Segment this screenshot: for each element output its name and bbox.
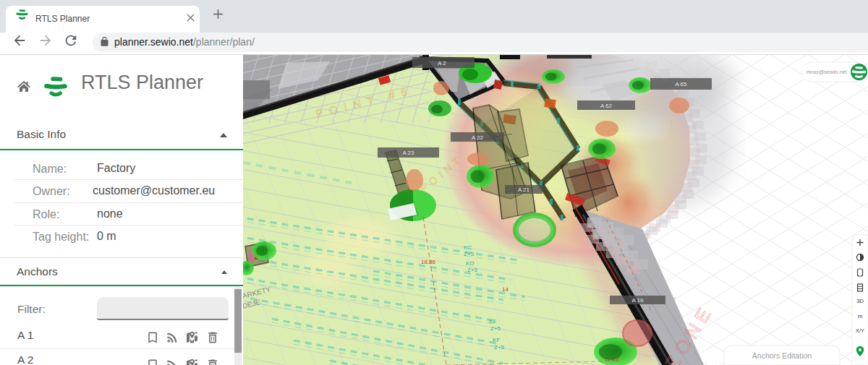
svg-text:A 21: A 21 — [518, 186, 530, 193]
svg-text:3D: 3D — [856, 298, 864, 304]
svg-text:KF: KF — [493, 337, 500, 343]
svg-text:Z+5: Z+5 — [490, 325, 501, 332]
svg-text:Z+5: Z+5 — [467, 267, 478, 273]
svg-text:18.86: 18.86 — [421, 259, 436, 265]
svg-text:m: m — [858, 313, 863, 319]
svg-text:KE: KE — [489, 318, 497, 325]
svg-text:A 23: A 23 — [402, 150, 414, 156]
svg-text:KO: KO — [466, 260, 475, 267]
svg-text:Anchors Editation: Anchors Editation — [752, 351, 812, 360]
svg-text:mraz@sewio.net: mraz@sewio.net — [807, 69, 848, 75]
svg-text:A 65: A 65 — [675, 81, 687, 87]
svg-text:A 19: A 19 — [631, 297, 644, 304]
svg-text:14: 14 — [502, 286, 509, 293]
svg-text:A 62: A 62 — [600, 103, 613, 109]
svg-text:KC: KC — [464, 244, 472, 251]
svg-text:Z+5: Z+5 — [494, 344, 505, 351]
svg-text:Z+5: Z+5 — [464, 251, 475, 257]
svg-text:A 2: A 2 — [438, 60, 446, 66]
svg-text:A 22: A 22 — [472, 134, 484, 141]
svg-text:X/Y: X/Y — [856, 327, 864, 334]
svg-text:11.43: 11.43 — [605, 356, 619, 363]
